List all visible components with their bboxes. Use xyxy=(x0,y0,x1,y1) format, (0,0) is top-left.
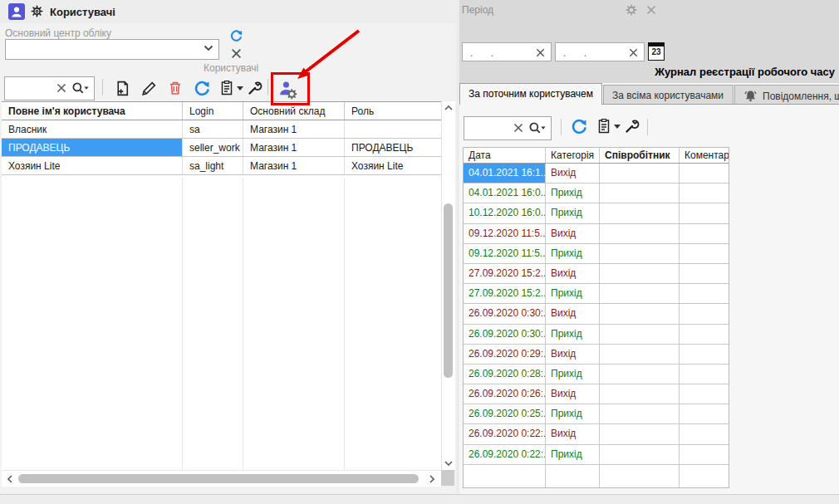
cell-comment[interactable] xyxy=(680,164,729,183)
cell-category[interactable]: Вихід xyxy=(546,345,600,364)
cell-category[interactable]: Прихід xyxy=(546,183,600,203)
journal-table-row[interactable]: 27.09.2020 15:2...Прихід xyxy=(464,284,729,304)
cell-role[interactable] xyxy=(345,120,441,138)
cell-employee[interactable] xyxy=(600,164,680,183)
search-magnifier-icon[interactable] xyxy=(71,81,89,95)
journal-service-button[interactable] xyxy=(624,118,640,135)
scroll-up-icon[interactable] xyxy=(444,105,453,110)
chevron-down-icon[interactable] xyxy=(204,45,213,51)
cell-employee[interactable] xyxy=(600,404,680,423)
cell-date[interactable]: 04.01.2021 16:0... xyxy=(464,183,546,203)
column-header-login[interactable]: Login xyxy=(183,102,243,120)
refresh-users-button[interactable] xyxy=(194,80,211,97)
tab-notifications[interactable]: Повідомлення, що xyxy=(734,85,839,104)
journal-table-row[interactable]: 26.09.2020 0:22:...Прихід xyxy=(464,445,729,465)
cell-date[interactable]: 09.12.2020 11:5... xyxy=(464,244,546,263)
users-table-row[interactable]: Хозяин Litesa_lightМагазин 1Хозяин Lite xyxy=(2,157,441,175)
cell-date[interactable]: 26.09.2020 0:26:... xyxy=(464,384,546,404)
report-dropdown-caret-icon[interactable] xyxy=(614,125,621,130)
cell-employee[interactable] xyxy=(600,224,680,243)
cell-login[interactable]: sa xyxy=(183,120,243,138)
cell-category[interactable]: Вихід xyxy=(546,264,600,283)
users-table-row[interactable]: ВласникsaМагазин 1 xyxy=(2,120,441,139)
journal-table-row[interactable]: 26.09.2020 0:30:...Вихід xyxy=(464,304,729,324)
users-horizontal-scrollbar[interactable] xyxy=(2,470,441,487)
cell-employee[interactable] xyxy=(600,384,680,404)
date-from-clear-x-icon[interactable] xyxy=(535,47,546,58)
cell-main-warehouse[interactable]: Магазин 1 xyxy=(243,120,345,138)
cell-comment[interactable] xyxy=(680,424,729,443)
refresh-journal-button[interactable] xyxy=(571,118,588,135)
search-clear-x-icon[interactable] xyxy=(513,122,524,134)
journal-table-row[interactable]: 04.01.2021 16:0...Прихід xyxy=(464,183,729,203)
cell-employee[interactable] xyxy=(600,183,680,203)
cell-date[interactable]: 26.09.2020 0:29:... xyxy=(464,345,546,364)
cell-login[interactable]: sa_light xyxy=(183,157,243,174)
period-close-x-icon[interactable] xyxy=(645,4,657,16)
tab-all-users[interactable]: За всіма користувачами xyxy=(603,85,734,104)
cell-employee[interactable] xyxy=(600,445,680,464)
cell-comment[interactable] xyxy=(680,325,729,344)
cell-employee[interactable] xyxy=(600,264,680,283)
journal-search-input[interactable] xyxy=(464,116,552,140)
cell-date[interactable]: 10.12.2020 16:0... xyxy=(464,203,546,223)
cell-full-name[interactable]: Хозяин Lite xyxy=(2,157,183,174)
column-header-employee[interactable]: Співробітник xyxy=(600,148,680,163)
journal-table-row[interactable]: 09.12.2020 11:5...Вихід xyxy=(464,224,729,244)
cell-category[interactable]: Прихід xyxy=(546,244,600,263)
cell-comment[interactable] xyxy=(680,404,729,423)
cell-employee[interactable] xyxy=(600,244,680,263)
cell-role[interactable]: Хозяин Lite xyxy=(345,157,441,174)
service-button[interactable] xyxy=(247,80,263,96)
cell-date[interactable]: 26.09.2020 0:30:... xyxy=(464,325,546,344)
scroll-down-icon[interactable] xyxy=(444,461,453,466)
search-magnifier-icon[interactable] xyxy=(527,121,546,135)
scroll-left-icon[interactable] xyxy=(7,475,12,483)
calendar-icon[interactable]: 23 xyxy=(648,42,665,61)
clear-center-x-icon[interactable] xyxy=(230,47,243,60)
cell-comment[interactable] xyxy=(680,284,729,303)
cell-date[interactable]: 26.09.2020 0:28:... xyxy=(464,365,546,384)
column-header-date[interactable]: Дата xyxy=(464,148,546,163)
search-clear-x-icon[interactable] xyxy=(56,82,67,94)
cell-comment[interactable] xyxy=(680,304,729,323)
date-from-field[interactable]: . . xyxy=(462,42,552,61)
cell-category[interactable]: Прихід xyxy=(546,365,600,384)
cell-login[interactable]: seller_work xyxy=(183,139,243,156)
column-header-full-name[interactable]: Повне ім'я користувача xyxy=(2,102,183,120)
vertical-scroll-thumb[interactable] xyxy=(444,203,453,378)
journal-table-row[interactable]: 26.09.2020 0:28:...Прихід xyxy=(464,365,729,384)
account-center-combobox[interactable] xyxy=(5,39,219,60)
horizontal-scroll-thumb[interactable] xyxy=(18,474,419,483)
journal-table-row[interactable]: 27.09.2020 15:2...Вихід xyxy=(464,264,729,284)
cell-comment[interactable] xyxy=(680,183,729,203)
cell-category[interactable]: Прихід xyxy=(546,203,600,223)
cell-category[interactable]: Вихід xyxy=(546,164,600,183)
cell-full-name[interactable]: Власник xyxy=(2,120,183,138)
period-gear-icon[interactable] xyxy=(626,4,637,16)
cell-employee[interactable] xyxy=(600,365,680,384)
cell-employee[interactable] xyxy=(600,424,680,443)
journal-table-row[interactable]: 26.09.2020 0:22:...Вихід xyxy=(464,424,729,444)
cell-date[interactable]: 26.09.2020 0:22:... xyxy=(464,445,546,464)
report-button[interactable] xyxy=(218,80,235,96)
journal-table-row[interactable]: 26.09.2020 0:26:...Вихід xyxy=(464,384,729,404)
report-dropdown-caret-icon[interactable] xyxy=(237,86,243,91)
cell-category[interactable]: Вихід xyxy=(546,424,600,443)
cell-category[interactable]: Прихід xyxy=(546,325,600,344)
cell-employee[interactable] xyxy=(600,345,680,364)
cell-date[interactable]: 09.12.2020 11:5... xyxy=(464,224,546,243)
column-header-comment[interactable]: Коментар xyxy=(680,148,729,163)
journal-table-row[interactable]: 26.09.2020 0:25:...Прихід xyxy=(464,404,729,424)
cell-role[interactable]: ПРОДАВЕЦЬ xyxy=(345,139,441,156)
cell-comment[interactable] xyxy=(680,203,729,223)
cell-comment[interactable] xyxy=(680,244,729,263)
cell-category[interactable]: Прихід xyxy=(546,404,600,423)
cell-category[interactable]: Вихід xyxy=(546,384,600,404)
cell-comment[interactable] xyxy=(680,264,729,283)
cell-main-warehouse[interactable]: Магазин 1 xyxy=(243,139,345,156)
users-search-input[interactable] xyxy=(4,76,95,100)
date-to-field[interactable]: . . xyxy=(555,42,645,61)
journal-table-row[interactable]: 09.12.2020 11:5...Прихід xyxy=(464,244,729,264)
column-header-role[interactable]: Роль xyxy=(345,102,441,120)
